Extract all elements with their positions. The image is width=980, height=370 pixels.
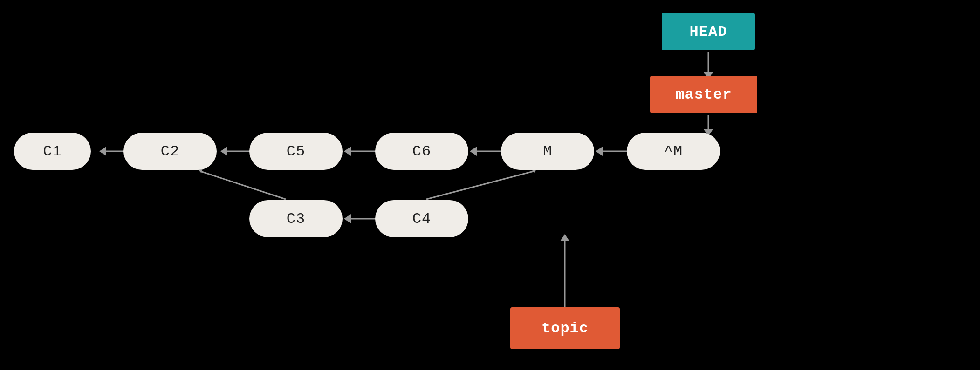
commit-node-c5: C5: [249, 133, 343, 170]
svg-line-20: [426, 171, 534, 199]
label-head: HEAD: [662, 13, 755, 50]
svg-marker-11: [220, 147, 227, 156]
commit-node-c4: C4: [375, 200, 468, 237]
svg-marker-17: [344, 214, 351, 223]
commit-node-c2: C2: [123, 133, 217, 170]
svg-marker-15: [560, 234, 569, 241]
svg-marker-13: [99, 147, 106, 156]
commit-node-m: M: [501, 133, 594, 170]
commit-node-c6: C6: [375, 133, 468, 170]
label-topic: topic: [510, 307, 620, 349]
commit-node-caret-m: ^M: [627, 133, 720, 170]
svg-marker-7: [470, 147, 477, 156]
svg-marker-9: [344, 147, 351, 156]
svg-marker-5: [596, 147, 603, 156]
commit-node-c3: C3: [249, 200, 343, 237]
svg-line-18: [200, 171, 286, 199]
label-master: master: [650, 76, 757, 113]
diagram-container: C1 C2 C5 C6 M ^M C3 C4 HEAD master topic: [0, 0, 980, 370]
arrows-svg: [0, 0, 980, 370]
commit-node-c1: C1: [14, 133, 91, 170]
